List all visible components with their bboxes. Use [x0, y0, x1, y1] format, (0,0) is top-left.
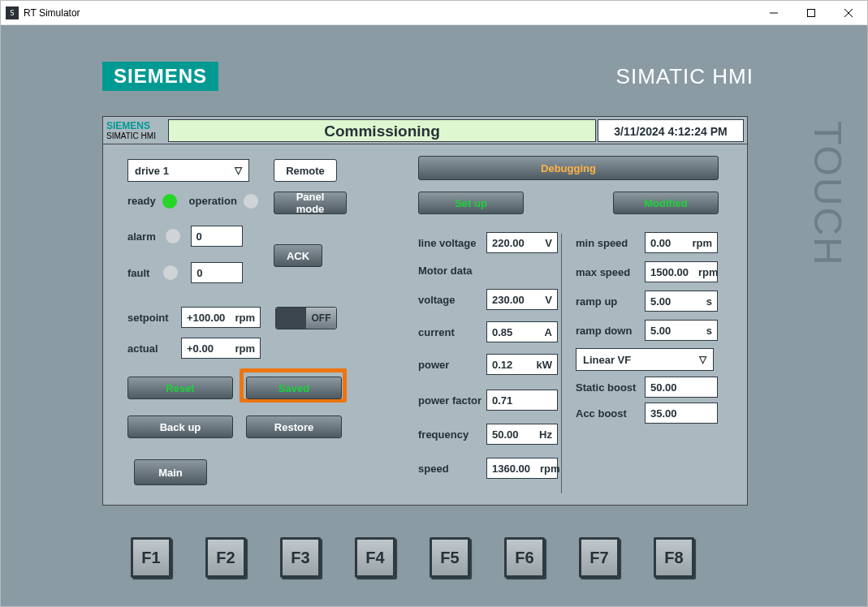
- param-row: max speed 1500.00rpm: [576, 261, 718, 282]
- hmi-panel: SIEMENS SIMATIC HMI TOUCH SIEMENS SIMATI…: [1, 25, 867, 606]
- acc-boost-label: Acc boost: [576, 407, 645, 420]
- param-label: current: [418, 326, 486, 338]
- ready-label: ready: [127, 195, 156, 207]
- timestamp-field: 3/11/2024 4:12:24 PM: [598, 119, 744, 142]
- param-field[interactable]: 0.71: [486, 390, 558, 411]
- acc-boost-field[interactable]: 35.00: [645, 403, 718, 424]
- ack-button[interactable]: ACK: [274, 244, 322, 267]
- f4-key[interactable]: F4: [355, 537, 395, 578]
- fault-code-field[interactable]: 0: [191, 262, 243, 283]
- reset-button[interactable]: Reset: [127, 377, 233, 399]
- param-row: current 0.85A: [418, 321, 558, 342]
- param-label: min speed: [576, 237, 645, 249]
- param-field[interactable]: 50.00Hz: [486, 424, 558, 445]
- restore-button[interactable]: Restore: [246, 415, 342, 438]
- vf-select-value: Linear VF: [583, 354, 631, 366]
- param-row: frequency 50.00Hz: [418, 424, 558, 445]
- header-brand: SIEMENS: [106, 120, 168, 131]
- setpoint-label: setpoint: [127, 312, 176, 324]
- f6-key[interactable]: F6: [504, 537, 545, 578]
- actual-label: actual: [127, 342, 176, 355]
- f8-key[interactable]: F8: [654, 537, 694, 578]
- param-label: frequency: [418, 428, 486, 441]
- param-field[interactable]: 230.00V: [486, 289, 558, 310]
- product-name: SIMATIC HMI: [616, 66, 754, 87]
- drive-select[interactable]: drive 1 ▽: [127, 159, 249, 182]
- app-icon: S: [6, 6, 19, 19]
- param-field[interactable]: 0.00rpm: [645, 232, 718, 253]
- param-label: ramp down: [576, 325, 645, 337]
- param-row: line voltage 220.00V: [418, 232, 558, 253]
- param-row: power factor 0.71: [418, 390, 558, 411]
- operation-label: operation: [189, 195, 237, 207]
- param-row: min speed 0.00rpm: [576, 232, 718, 253]
- siemens-logo: SIEMENS: [102, 62, 218, 91]
- actual-field: +0.00 rpm: [181, 338, 261, 359]
- param-row: power 0.12kW: [418, 354, 558, 375]
- svg-rect-0: [808, 9, 815, 16]
- param-label: power factor: [418, 394, 486, 407]
- panel-mode-button[interactable]: Panel mode: [274, 192, 347, 214]
- drive-select-value: drive 1: [135, 165, 169, 177]
- param-field[interactable]: 0.85A: [486, 321, 558, 342]
- ready-led: [162, 194, 177, 209]
- setpoint-field[interactable]: +100.00 rpm: [181, 307, 261, 328]
- motor-data-label: Motor data: [418, 265, 472, 277]
- minimize-button[interactable]: [755, 1, 792, 24]
- fault-label: fault: [127, 267, 149, 279]
- param-field[interactable]: 1360.00rpm: [486, 458, 558, 479]
- chevron-down-icon: ▽: [235, 165, 242, 176]
- hmi-screen: SIEMENS SIMATIC HMI Commissioning 3/11/2…: [102, 116, 748, 506]
- f3-key[interactable]: F3: [280, 537, 321, 578]
- titlebar[interactable]: S RT Simulator: [1, 1, 867, 25]
- param-field[interactable]: 5.00s: [645, 320, 718, 341]
- param-label: ramp up: [576, 295, 645, 308]
- modified-button[interactable]: Modified: [613, 192, 719, 214]
- touch-label: TOUCH: [808, 121, 847, 267]
- function-key-bar: F1 F2 F3 F4 F5 F6 F7 F8: [131, 537, 694, 578]
- main-button[interactable]: Main: [134, 459, 207, 485]
- alarm-code-field[interactable]: 0: [191, 226, 243, 247]
- param-field[interactable]: 1500.00rpm: [645, 261, 718, 282]
- remote-button[interactable]: Remote: [274, 159, 337, 182]
- operation-led: [244, 194, 258, 209]
- maximize-button[interactable]: [792, 1, 830, 24]
- run-switch[interactable]: OFF: [275, 307, 337, 329]
- f1-key[interactable]: F1: [131, 537, 171, 578]
- fault-led: [163, 265, 178, 280]
- alarm-label: alarm: [127, 230, 156, 243]
- close-button[interactable]: [830, 1, 867, 24]
- divider-icon: [561, 234, 562, 493]
- static-boost-label: Static boost: [576, 381, 645, 394]
- vf-select[interactable]: Linear VF ▽: [576, 348, 714, 371]
- param-field[interactable]: 220.00V: [486, 232, 558, 253]
- run-switch-label: OFF: [306, 308, 336, 329]
- f5-key[interactable]: F5: [430, 537, 470, 578]
- param-label: voltage: [418, 294, 486, 306]
- param-field[interactable]: 5.00s: [645, 291, 718, 312]
- chevron-down-icon: ▽: [699, 354, 706, 365]
- saved-button[interactable]: Saved: [246, 377, 342, 399]
- page-title: Commissioning: [168, 119, 596, 142]
- f2-key[interactable]: F2: [205, 537, 246, 578]
- param-label: speed: [418, 463, 486, 475]
- param-row: ramp down 5.00s: [576, 320, 718, 341]
- param-row: ramp up 5.00s: [576, 291, 718, 312]
- static-boost-field[interactable]: 50.00: [645, 377, 718, 398]
- param-row: speed 1360.00rpm: [418, 458, 558, 479]
- debugging-button[interactable]: Debugging: [418, 156, 719, 180]
- param-label: power: [418, 359, 486, 371]
- window-title: RT Simulator: [24, 7, 755, 19]
- header-subline: SIMATIC HMI: [106, 131, 168, 140]
- f7-key[interactable]: F7: [579, 537, 620, 578]
- backup-button[interactable]: Back up: [127, 415, 233, 438]
- param-row: voltage 230.00V: [418, 289, 558, 310]
- param-field[interactable]: 0.12kW: [486, 354, 558, 375]
- alarm-led: [166, 229, 180, 243]
- setup-button[interactable]: Set up: [418, 192, 524, 214]
- param-label: line voltage: [418, 237, 486, 249]
- param-label: max speed: [576, 266, 645, 278]
